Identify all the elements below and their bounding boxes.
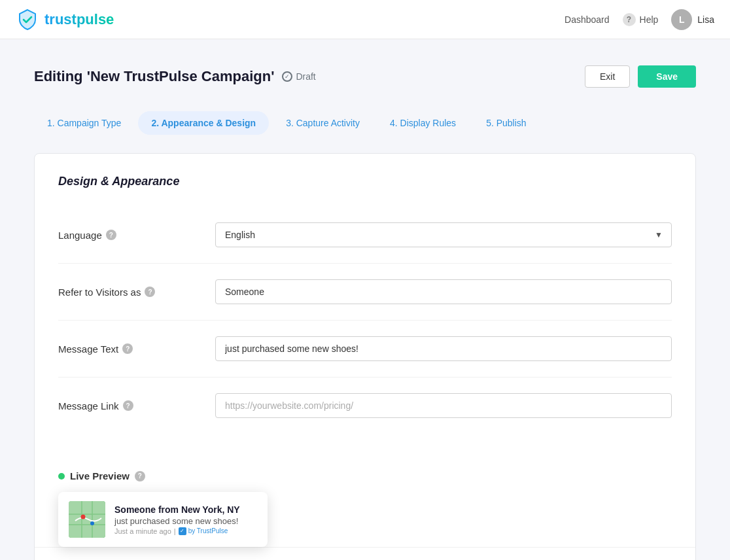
tab-campaign-type[interactable]: 1. Campaign Type xyxy=(34,111,134,135)
tab-capture-activity[interactable]: 3. Capture Activity xyxy=(273,111,373,135)
message-link-input-wrap xyxy=(215,393,672,418)
live-dot-icon xyxy=(58,473,65,480)
visitors-info-icon[interactable]: ? xyxy=(145,287,155,297)
exit-button[interactable]: Exit xyxy=(585,65,630,88)
section-title: Design & Appearance xyxy=(58,175,672,188)
notification-verified: ✓ by TrustPulse xyxy=(179,527,228,535)
language-info-icon[interactable]: ? xyxy=(106,230,116,240)
help-icon: ? xyxy=(623,13,636,26)
user-menu[interactable]: L Lisa xyxy=(671,9,714,30)
tab-appearance-design[interactable]: 2. Appearance & Design xyxy=(138,111,269,135)
visitors-input[interactable] xyxy=(215,279,672,304)
icon-map-row: Icon Map ? Map Icon Default Icon Custom … xyxy=(35,547,695,560)
notification-content: Someone from New York, NY just purchased… xyxy=(114,504,257,535)
topbar-nav: Dashboard ? Help L Lisa xyxy=(565,9,714,30)
draft-dot-icon xyxy=(282,71,292,82)
message-text-input[interactable] xyxy=(215,336,672,361)
live-preview-section: Live Preview ? xyxy=(35,455,695,560)
page-header: Editing 'New TrustPulse Campaign' Draft … xyxy=(34,65,696,88)
language-row: Language ? English Spanish French German… xyxy=(58,207,672,264)
save-button[interactable]: Save xyxy=(638,65,696,88)
title-wrap: Editing 'New TrustPulse Campaign' Draft xyxy=(34,68,316,85)
logo-icon xyxy=(16,8,39,31)
notification-time: Just a minute ago xyxy=(114,527,171,535)
page-title: Editing 'New TrustPulse Campaign' xyxy=(34,68,274,85)
language-select[interactable]: English Spanish French German Italian xyxy=(215,222,672,247)
topbar: trustpulse Dashboard ? Help L Lisa xyxy=(0,0,730,39)
message-text-label: Message Text ? xyxy=(58,343,202,355)
notification-action: just purchased some new shoes! xyxy=(114,516,257,526)
header-buttons: Exit Save xyxy=(585,65,696,88)
notification-verified-label: by TrustPulse xyxy=(188,527,228,534)
message-link-row: Message Link ? xyxy=(58,377,672,434)
visitors-label: Refer to Visitors as ? xyxy=(58,287,202,298)
map-svg xyxy=(69,501,105,538)
help-label: Help xyxy=(640,14,659,25)
svg-point-5 xyxy=(81,515,86,519)
message-text-info-icon[interactable]: ? xyxy=(122,343,133,354)
help-button[interactable]: ? Help xyxy=(623,13,659,26)
notification-separator: | xyxy=(174,527,176,535)
tab-display-rules[interactable]: 4. Display Rules xyxy=(377,111,469,135)
notification-preview: Someone from New York, NY just purchased… xyxy=(58,492,268,547)
design-card: Design & Appearance Language ? English S… xyxy=(34,153,696,560)
user-name: Lisa xyxy=(697,14,714,25)
main-content: Editing 'New TrustPulse Campaign' Draft … xyxy=(18,39,712,560)
avatar: L xyxy=(671,9,692,30)
message-link-label: Message Link ? xyxy=(58,400,202,411)
logo-text: trustpulse xyxy=(44,11,114,28)
tab-publish[interactable]: 5. Publish xyxy=(473,111,539,135)
message-link-input[interactable] xyxy=(215,393,672,418)
dashboard-link[interactable]: Dashboard xyxy=(565,14,610,25)
message-link-info-icon[interactable]: ? xyxy=(123,400,133,411)
map-visual xyxy=(69,501,105,538)
live-preview-label: Live Preview xyxy=(70,470,130,481)
verified-check-icon: ✓ xyxy=(179,527,186,535)
notification-person: Someone from New York, NY xyxy=(114,504,257,515)
live-preview-label-wrap: Live Preview ? xyxy=(35,470,695,481)
card-inner: Design & Appearance Language ? English S… xyxy=(35,154,695,455)
notification-time-wrap: Just a minute ago | ✓ by TrustPulse xyxy=(114,527,257,535)
visitors-input-wrap xyxy=(215,279,672,304)
language-select-wrap: English Spanish French German Italian ▼ xyxy=(215,222,672,247)
live-preview-info-icon[interactable]: ? xyxy=(135,471,145,481)
draft-badge: Draft xyxy=(282,71,315,82)
message-text-input-wrap xyxy=(215,336,672,361)
visitors-row: Refer to Visitors as ? xyxy=(58,264,672,321)
message-text-row: Message Text ? xyxy=(58,321,672,377)
draft-status-label: Draft xyxy=(296,71,315,82)
notification-map-icon xyxy=(69,501,105,538)
steps-tabs: 1. Campaign Type 2. Appearance & Design … xyxy=(34,111,696,135)
svg-point-6 xyxy=(90,521,94,525)
language-label: Language ? xyxy=(58,230,202,241)
logo[interactable]: trustpulse xyxy=(16,8,114,31)
